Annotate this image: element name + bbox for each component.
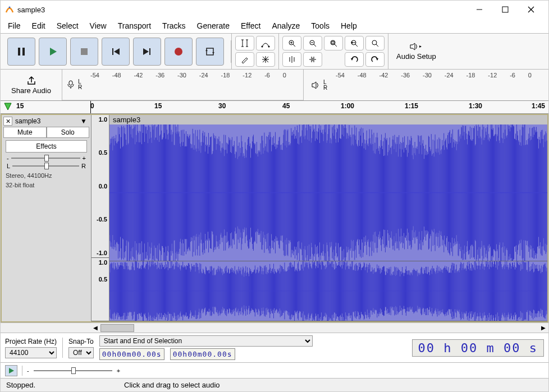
selection-toolbar: Project Rate (Hz) 44100 Snap-To Off Star… xyxy=(1,333,548,362)
playhead-icon[interactable] xyxy=(3,102,12,112)
selection-mode-select[interactable]: Start and End of Selection xyxy=(99,335,313,347)
timeline-tick: 1:15 xyxy=(405,102,418,110)
multi-tool-button[interactable] xyxy=(256,52,275,67)
selection-tool-button[interactable] xyxy=(235,36,254,50)
waveform-display[interactable]: sample3 xyxy=(109,115,547,321)
scroll-thumb[interactable] xyxy=(100,324,134,332)
maximize-button[interactable] xyxy=(492,1,518,18)
svg-marker-1661 xyxy=(9,368,14,373)
close-button[interactable] xyxy=(518,1,544,18)
menu-select[interactable]: Select xyxy=(52,20,84,32)
menu-edit[interactable]: Edit xyxy=(27,20,51,32)
trim-button[interactable] xyxy=(282,52,301,67)
envelope-tool-button[interactable] xyxy=(256,36,275,50)
svg-marker-10 xyxy=(114,48,120,55)
svg-line-36 xyxy=(335,44,337,47)
zero-marker xyxy=(90,101,91,113)
zoom-in-button[interactable] xyxy=(282,36,301,50)
svg-rect-55 xyxy=(69,81,72,85)
toolbar: Audio Setup xyxy=(1,33,548,69)
menu-analyze[interactable]: Analyze xyxy=(267,20,305,32)
minimize-button[interactable] xyxy=(466,1,492,18)
close-track-button[interactable]: ✕ xyxy=(3,117,12,126)
audio-position-display[interactable]: 00 h 00 m 00 s xyxy=(412,339,544,357)
snap-to-select[interactable]: Off xyxy=(68,347,94,358)
svg-rect-2 xyxy=(502,7,508,12)
play-at-speed-toolbar: - + xyxy=(1,362,548,378)
svg-marker-7 xyxy=(50,48,57,56)
mute-button[interactable]: Mute xyxy=(3,127,47,138)
recording-meter[interactable]: LR -54-48-42-36-30-24-18-12-60 xyxy=(62,70,303,100)
track-name[interactable]: sample3 xyxy=(13,117,79,126)
waveform-left-channel[interactable] xyxy=(109,124,547,261)
zoom-out-button[interactable] xyxy=(303,36,322,50)
timeline-tick: 1:00 xyxy=(341,102,354,110)
menu-view[interactable]: View xyxy=(85,20,112,32)
speaker-small-icon xyxy=(311,80,321,90)
svg-point-35 xyxy=(331,40,335,45)
svg-marker-56 xyxy=(4,103,11,110)
svg-rect-12 xyxy=(149,48,150,55)
svg-marker-54 xyxy=(419,45,422,48)
silence-button[interactable] xyxy=(303,52,322,67)
audio-setup-button[interactable]: Audio Setup xyxy=(388,34,444,69)
svg-rect-8 xyxy=(81,48,88,55)
track-control-panel: ✕ sample3 ▼ Mute Solo Effects - + L R St… xyxy=(2,115,92,321)
meter-row: Share Audio LR -54-48-42-36-30-24-18-12-… xyxy=(1,69,548,100)
effects-button[interactable]: Effects xyxy=(6,140,87,153)
play-at-speed-button[interactable] xyxy=(5,365,17,376)
menu-transport[interactable]: Transport xyxy=(113,20,156,32)
svg-point-22 xyxy=(262,46,263,48)
share-audio-button[interactable]: Share Audio xyxy=(1,70,62,100)
timeline-ruler[interactable]: 15 0 15 30 45 1:00 1:15 1:30 1:45 xyxy=(1,100,548,114)
playback-meter[interactable]: LR -54-48-42-36-30-24-18-12-60 xyxy=(308,70,548,100)
share-icon xyxy=(26,76,36,85)
menu-help[interactable]: Help xyxy=(336,20,362,32)
project-rate-select[interactable]: 44100 xyxy=(5,347,57,358)
menu-file[interactable]: File xyxy=(3,20,26,32)
svg-rect-9 xyxy=(112,48,113,55)
selection-end-input[interactable]: 00h00m00.00s xyxy=(170,348,235,360)
fit-project-button[interactable] xyxy=(345,36,364,50)
scroll-right-button[interactable]: ► xyxy=(538,324,548,332)
redo-button[interactable] xyxy=(365,52,385,67)
menu-effect[interactable]: Effect xyxy=(236,20,266,32)
menu-tools[interactable]: Tools xyxy=(306,20,335,32)
gain-slider[interactable]: - + xyxy=(3,155,89,162)
timeline-tick: 45 xyxy=(282,102,290,110)
record-button[interactable] xyxy=(164,38,193,66)
svg-line-39 xyxy=(355,44,358,47)
pause-button[interactable] xyxy=(7,38,35,66)
undo-button[interactable] xyxy=(345,52,364,67)
timeline-tick: 0 xyxy=(90,102,94,110)
solo-button[interactable]: Solo xyxy=(47,127,90,138)
pan-slider[interactable]: L R xyxy=(3,163,89,169)
edit-tools xyxy=(231,34,278,69)
track-menu-button[interactable]: ▼ xyxy=(80,117,89,125)
stop-button[interactable] xyxy=(70,38,98,66)
horizontal-scrollbar[interactable]: ◄ ► xyxy=(1,322,548,333)
waveform-right-channel[interactable] xyxy=(109,261,547,321)
menu-tracks[interactable]: Tracks xyxy=(157,20,190,32)
skip-end-button[interactable] xyxy=(133,38,161,66)
scroll-left-button[interactable]: ◄ xyxy=(90,324,100,332)
svg-marker-15 xyxy=(212,52,214,54)
draw-tool-button[interactable] xyxy=(235,52,254,67)
speaker-icon xyxy=(409,42,423,51)
svg-rect-5 xyxy=(18,48,20,56)
selection-start-input[interactable]: 00h00m00.00s xyxy=(99,348,164,360)
skip-start-button[interactable] xyxy=(102,38,130,66)
play-button[interactable] xyxy=(39,38,67,66)
speed-minus: - xyxy=(27,367,29,374)
svg-marker-14 xyxy=(205,49,208,51)
zoom-toggle-button[interactable] xyxy=(365,36,385,50)
playback-speed-slider[interactable] xyxy=(34,370,112,371)
timeline-tick: 15 xyxy=(16,102,24,110)
clip-name[interactable]: sample3 xyxy=(109,115,547,124)
play-meter-ticks: -54-48-42-36-30-24-18-12-60 xyxy=(336,72,532,79)
project-rate-label: Project Rate (Hz) xyxy=(5,338,57,345)
fit-selection-button[interactable] xyxy=(324,36,343,50)
timeline-tick: 1:30 xyxy=(469,102,482,110)
menu-generate[interactable]: Generate xyxy=(192,20,235,32)
loop-button[interactable] xyxy=(196,38,224,66)
